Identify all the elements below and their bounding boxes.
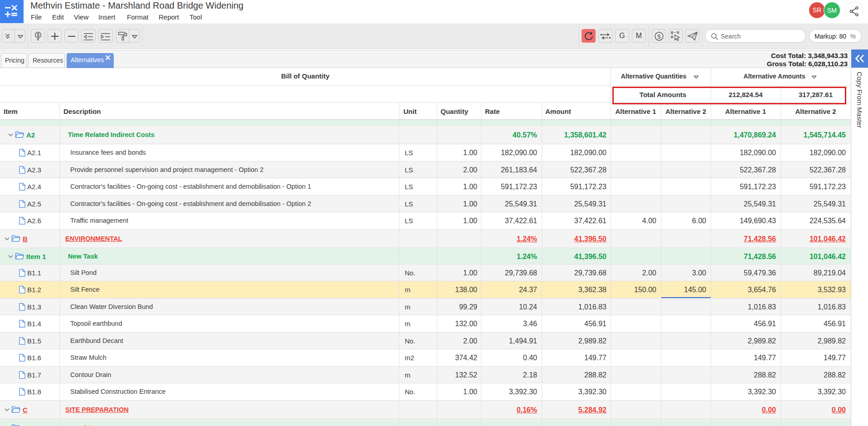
svg-text:$: $ (37, 33, 39, 38)
svg-text:$: $ (658, 34, 661, 40)
